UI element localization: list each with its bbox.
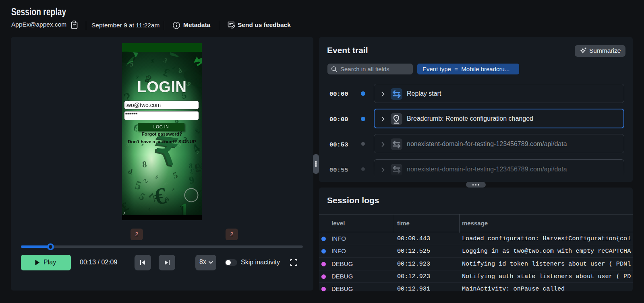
svg-text:♪: ♪ <box>123 210 125 216</box>
